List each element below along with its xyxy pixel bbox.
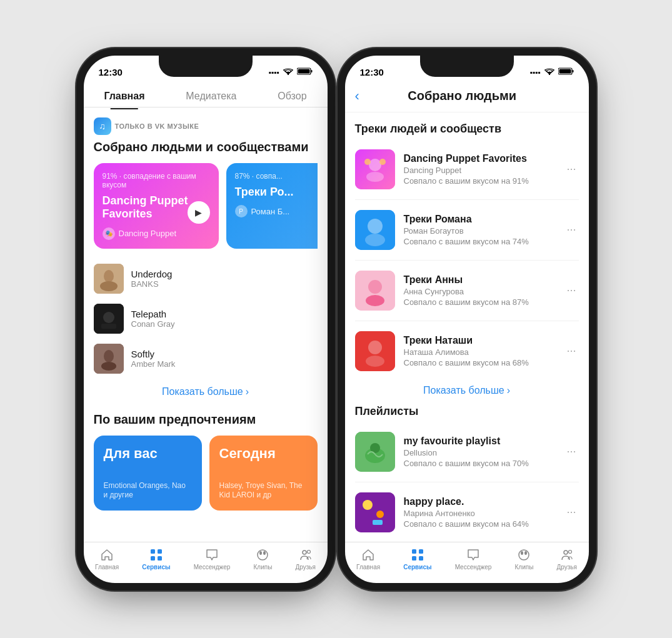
pref-title-foryou: Для вас	[104, 446, 192, 462]
playlist-item-dp[interactable]: Dancing Puppet Favorites Dancing Puppet …	[355, 144, 579, 194]
nav-messenger-right[interactable]: Мессенджер	[455, 547, 492, 571]
right-scroll[interactable]: Треки людей и сообществ Dancing Puppet F…	[345, 112, 589, 542]
svg-point-55	[568, 550, 571, 553]
more-btn-fav[interactable]: ···	[564, 442, 578, 461]
playlist-pmatch-natasha: Совпало с вашим вкусом на 68%	[404, 358, 556, 367]
svg-point-33	[365, 234, 385, 246]
divider-1	[355, 199, 579, 200]
playlist-thumb-anna	[355, 271, 395, 311]
playlist-pname-anna: Треки Анны	[404, 274, 556, 286]
home-icon-right	[361, 547, 376, 562]
more-btn-anna[interactable]: ···	[564, 281, 578, 299]
tab-home[interactable]: Главная	[96, 88, 152, 104]
track-item-softly[interactable]: Softly Amber Mark	[94, 339, 318, 379]
track-info-softly: Softly Amber Mark	[131, 349, 318, 369]
pref-title-today: Сегодня	[219, 446, 308, 462]
phone-content: Главная Медиатека Обзор ♫ ТОЛЬКО В VK МУ…	[84, 83, 328, 583]
tab-explore[interactable]: Обзор	[270, 88, 314, 104]
signal-icon: ▪▪▪▪	[268, 68, 279, 77]
play-button-dp[interactable]: ▶	[188, 201, 210, 224]
wifi-icon	[283, 67, 293, 77]
svg-rect-14	[158, 549, 162, 554]
playlist-pauthor-dp: Dancing Puppet	[404, 166, 556, 175]
tab-library[interactable]: Медиатека	[178, 88, 244, 104]
show-more-btn-left[interactable]: Показать больше ›	[94, 379, 318, 405]
playlist-thumb-happy	[355, 492, 395, 532]
bottom-nav-left: Главная Сервисы Мессенджер Клипы	[84, 542, 328, 583]
svg-point-28	[364, 159, 371, 165]
time: 12:30	[99, 67, 123, 77]
playlist-item-happy[interactable]: happy place. Марина Антоненко Совпало с …	[355, 487, 579, 537]
wifi-icon-right	[544, 67, 554, 77]
svg-point-20	[303, 551, 306, 554]
track-item-underdog[interactable]: Underdog BANKS	[94, 259, 318, 299]
battery-icon	[297, 67, 313, 77]
playlists-scroll[interactable]: 91% · совпадение с вашим вкусом Dancing …	[94, 163, 318, 249]
divider-3	[355, 321, 579, 321]
svg-point-17	[258, 550, 268, 560]
status-icons-right: ▪▪▪▪	[529, 67, 573, 77]
main-scroll[interactable]: ♫ ТОЛЬКО В VK МУЗЫКЕ Собрано людьми и со…	[84, 107, 328, 542]
playlist-pmatch-anna: Совпало с вашим вкусом на 87%	[404, 297, 556, 307]
svg-point-5	[104, 270, 114, 282]
vk-badge: ♫ ТОЛЬКО В VK МУЗЫКЕ	[94, 117, 318, 135]
playlist-pmatch-dp: Совпало с вашим вкусом на 91%	[404, 176, 556, 186]
track-artist-underdog: BANKS	[131, 279, 318, 289]
divider-4	[355, 482, 579, 482]
nav-services-left[interactable]: Сервисы	[142, 547, 170, 571]
vk-badge-text: ТОЛЬКО В VK МУЗЫКЕ	[115, 122, 199, 130]
back-button[interactable]: ‹	[355, 88, 359, 104]
more-btn-happy[interactable]: ···	[564, 503, 578, 521]
playlist-card-roman[interactable]: 87% · совпа... Треки Ро... Р Роман Б...	[226, 163, 318, 249]
playlist-card-dp[interactable]: 91% · совпадение с вашим вкусом Dancing …	[94, 163, 219, 249]
playlist-pauthor-roman: Роман Богаутов	[404, 226, 556, 236]
svg-rect-15	[151, 556, 155, 561]
playlist-item-roman[interactable]: Треки Романа Роман Богаутов Совпало с ва…	[355, 205, 579, 255]
svg-point-19	[263, 551, 266, 555]
tab-bar[interactable]: Главная Медиатека Обзор	[84, 83, 328, 107]
section-title-collected: Собрано людьми и сообществами	[94, 140, 318, 154]
nav-friends-right[interactable]: Друзья	[556, 547, 576, 571]
svg-rect-47	[412, 549, 416, 554]
pref-card-today[interactable]: Сегодня Halsey, Troye Sivan, The Kid LAR…	[209, 436, 318, 511]
prefs-section-title: По вашим предпочтениям	[94, 412, 318, 427]
nav-services-right[interactable]: Сервисы	[403, 547, 431, 571]
playlist-info-dp: Dancing Puppet Favorites Dancing Puppet …	[404, 153, 556, 186]
match-pct-dp: 91% · совпадение с вашим вкусом	[103, 172, 210, 189]
show-more-people[interactable]: Показать больше ›	[355, 376, 579, 405]
track-thumb-underdog	[94, 264, 124, 294]
messenger-icon-left	[204, 547, 219, 562]
track-item-telepath[interactable]: Telepath Conan Gray	[94, 299, 318, 339]
playlist-item-fav[interactable]: my favourite playlist Dellusion Совпало …	[355, 427, 579, 477]
playlist-info-happy: happy place. Марина Антоненко Совпало с …	[404, 496, 556, 529]
nav-clips-label-left: Клипы	[253, 564, 272, 571]
right-phone: 12:30 ▪▪▪▪ ‹ Собрано людьми Треки людей …	[345, 56, 589, 583]
nav-home-right[interactable]: Главная	[356, 547, 380, 571]
more-btn-natasha[interactable]: ···	[564, 342, 578, 360]
notch	[159, 56, 253, 77]
battery-icon-right	[558, 67, 574, 77]
svg-rect-46	[373, 520, 383, 525]
playlist-item-natasha[interactable]: Треки Наташи Наташа Алимова Совпало с ва…	[355, 326, 579, 376]
playlist-pmatch-fav: Совпало с вашим вкусом на 70%	[404, 459, 556, 468]
nav-home-left[interactable]: Главная	[95, 547, 119, 571]
right-header: ‹ Собрано людьми	[345, 83, 589, 112]
nav-clips-left[interactable]: Клипы	[253, 547, 272, 571]
playlist-item-anna[interactable]: Треки Анны Анна Сунгурова Совпало с ваши…	[355, 266, 579, 316]
nav-messenger-left[interactable]: Мессенджер	[194, 547, 231, 571]
playlist-author-roman: Р Роман Б...	[235, 205, 318, 217]
svg-point-29	[379, 159, 386, 165]
playlist-thumb-natasha	[355, 331, 395, 371]
nav-messenger-label-left: Мессенджер	[194, 564, 231, 571]
more-btn-dp[interactable]: ···	[564, 160, 578, 178]
more-btn-roman[interactable]: ···	[564, 221, 578, 239]
track-info-underdog: Underdog BANKS	[131, 269, 318, 289]
svg-point-27	[369, 159, 381, 171]
prefs-grid: Для вас Emotional Oranges, Nao и другие …	[94, 436, 318, 511]
pref-card-foryou[interactable]: Для вас Emotional Oranges, Nao и другие	[94, 436, 202, 511]
nav-services-label-right: Сервисы	[403, 564, 431, 571]
author-avatar-roman: Р	[235, 205, 248, 217]
nav-friends-left[interactable]: Друзья	[295, 547, 315, 571]
nav-clips-right[interactable]: Клипы	[514, 547, 533, 571]
playlist-pmatch-roman: Совпало с вашим вкусом на 74%	[404, 237, 556, 246]
